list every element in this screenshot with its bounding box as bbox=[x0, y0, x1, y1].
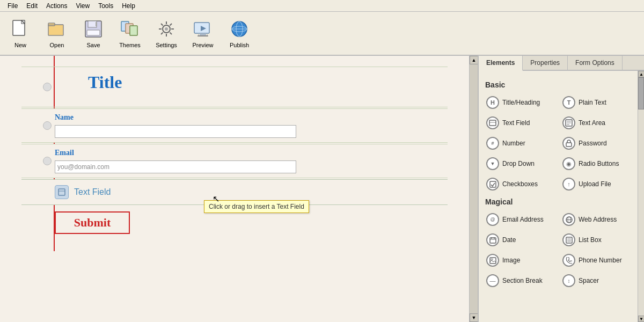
save-button[interactable]: Save bbox=[76, 16, 111, 51]
element-password[interactable]: Password bbox=[559, 134, 633, 152]
element-date[interactable]: Date bbox=[483, 231, 557, 249]
date-icon bbox=[486, 233, 499, 246]
web-address-icon bbox=[562, 213, 575, 226]
element-list-box[interactable]: List Box bbox=[559, 231, 633, 249]
element-text-area[interactable]: Text Area bbox=[559, 114, 633, 132]
svg-line-19 bbox=[170, 33, 172, 35]
drag-field-label: Text Field bbox=[74, 187, 111, 197]
panel-scroll-track bbox=[638, 77, 644, 316]
canvas[interactable]: Title Name Email bbox=[0, 56, 469, 322]
svg-rect-8 bbox=[96, 22, 97, 26]
panel-scrollbar: ▲ ▼ bbox=[638, 71, 644, 322]
element-text-field[interactable]: Text Field bbox=[483, 114, 557, 132]
radio-buttons-icon: ◉ bbox=[562, 157, 575, 170]
text-area-icon bbox=[562, 116, 575, 129]
settings-icon bbox=[156, 18, 177, 40]
checkboxes-icon bbox=[486, 178, 499, 191]
element-checkboxes[interactable]: Checkboxes bbox=[483, 175, 557, 193]
menu-actions[interactable]: Actions bbox=[42, 1, 71, 11]
canvas-scrollbar: ▲ ▼ bbox=[469, 56, 478, 322]
title-heading-icon: H bbox=[486, 96, 499, 109]
panel-content: Basic H Title/Heading T Plain Text bbox=[479, 71, 638, 322]
email-field-row: Email bbox=[21, 144, 448, 178]
themes-icon bbox=[119, 18, 141, 40]
svg-line-18 bbox=[161, 24, 163, 26]
svg-line-20 bbox=[170, 24, 172, 26]
svg-rect-2 bbox=[48, 25, 63, 35]
drag-placeholder-row[interactable]: Text Field ↖ Click or drag to insert a T… bbox=[21, 179, 448, 205]
element-phone-number[interactable]: Phone Number bbox=[559, 251, 633, 269]
preview-icon bbox=[192, 18, 214, 40]
canvas-scroll-up[interactable]: ▲ bbox=[470, 56, 478, 64]
element-plain-text[interactable]: T Plain Text bbox=[559, 93, 633, 112]
svg-rect-6 bbox=[88, 21, 97, 27]
new-button[interactable]: New bbox=[3, 16, 38, 51]
image-icon bbox=[486, 254, 499, 267]
menu-tools[interactable]: Tools bbox=[94, 1, 118, 11]
element-upload-file[interactable]: ↑ Upload File bbox=[559, 175, 633, 193]
canvas-wrapper: Title Name Email bbox=[0, 56, 478, 322]
svg-rect-32 bbox=[489, 120, 496, 126]
email-row-bullet bbox=[43, 157, 52, 165]
email-label: Email bbox=[55, 149, 437, 157]
form-title[interactable]: Title bbox=[88, 71, 437, 94]
list-box-icon bbox=[562, 233, 575, 246]
element-image[interactable]: Image bbox=[483, 251, 557, 269]
right-panel: Elements Properties Form Options Basic H… bbox=[478, 56, 644, 322]
themes-button[interactable]: Themes bbox=[113, 16, 147, 51]
element-title-heading[interactable]: H Title/Heading bbox=[483, 93, 557, 112]
element-radio-buttons[interactable]: ◉ Radio Buttons bbox=[559, 155, 633, 173]
drag-field-icon bbox=[55, 185, 69, 199]
canvas-scroll-down[interactable]: ▼ bbox=[470, 313, 478, 322]
section-break-icon: — bbox=[486, 274, 499, 287]
svg-point-52 bbox=[491, 259, 493, 260]
save-icon bbox=[83, 18, 104, 40]
svg-rect-38 bbox=[566, 143, 572, 147]
element-drop-down[interactable]: ▼ Drop Down bbox=[483, 155, 557, 173]
element-section-break[interactable]: — Section Break bbox=[483, 272, 557, 290]
name-row-bullet bbox=[43, 121, 52, 130]
submit-button[interactable]: Submit bbox=[55, 211, 130, 234]
svg-rect-39 bbox=[490, 181, 496, 187]
new-icon bbox=[10, 18, 31, 40]
tab-elements[interactable]: Elements bbox=[479, 56, 523, 71]
cursor-arrow: ↖ bbox=[213, 194, 219, 204]
svg-rect-24 bbox=[197, 35, 208, 36]
canvas-scroll-track bbox=[470, 64, 478, 313]
upload-file-icon: ↑ bbox=[562, 178, 575, 191]
name-input[interactable] bbox=[55, 125, 296, 138]
plain-text-icon: T bbox=[562, 96, 575, 109]
menu-view[interactable]: View bbox=[71, 1, 94, 11]
element-web-address[interactable]: Web Address bbox=[559, 210, 633, 229]
open-icon bbox=[46, 18, 68, 40]
element-number[interactable]: # Number bbox=[483, 134, 557, 152]
preview-button[interactable]: Preview bbox=[186, 16, 220, 51]
title-row-bullet bbox=[43, 83, 52, 91]
svg-rect-51 bbox=[490, 258, 496, 264]
email-input[interactable] bbox=[55, 160, 296, 173]
section-basic-title: Basic bbox=[485, 80, 633, 89]
svg-rect-43 bbox=[490, 238, 496, 243]
element-spacer[interactable]: ↕ Spacer bbox=[559, 272, 633, 290]
menu-help[interactable]: Help bbox=[118, 1, 140, 11]
tab-form-options[interactable]: Form Options bbox=[568, 56, 623, 70]
publish-button[interactable]: Publish bbox=[222, 16, 257, 51]
svg-point-13 bbox=[165, 27, 168, 31]
element-email-address[interactable]: @ Email Address bbox=[483, 210, 557, 229]
panel-scroll-thumb[interactable] bbox=[638, 77, 644, 109]
panel-scroll-up[interactable]: ▲ bbox=[638, 71, 644, 77]
menu-file[interactable]: File bbox=[3, 1, 22, 11]
svg-rect-30 bbox=[58, 189, 65, 195]
tab-properties[interactable]: Properties bbox=[523, 56, 568, 70]
name-field-row: Name bbox=[21, 108, 448, 143]
menubar: File Edit Actions View Tools Help bbox=[0, 0, 644, 12]
panel-scroll-down[interactable]: ▼ bbox=[638, 316, 644, 322]
svg-line-21 bbox=[161, 33, 163, 35]
drag-tooltip: Click or drag to insert a Text Field bbox=[204, 200, 309, 213]
phone-number-icon bbox=[562, 254, 575, 267]
open-button[interactable]: Open bbox=[40, 16, 74, 51]
toolbar: New Open Save bbox=[0, 12, 644, 56]
settings-button[interactable]: Settings bbox=[149, 16, 184, 51]
email-address-icon: @ bbox=[486, 213, 499, 226]
menu-edit[interactable]: Edit bbox=[22, 1, 42, 11]
